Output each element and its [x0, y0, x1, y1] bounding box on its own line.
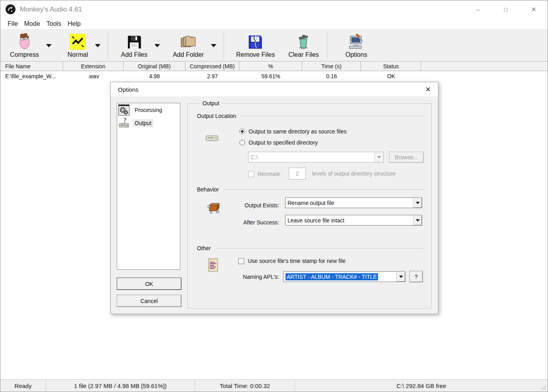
groupbox-label: Output — [201, 100, 221, 106]
radio-same-label: Output to same directory as source files — [249, 128, 347, 135]
chevron-down-icon — [416, 202, 420, 204]
column-header-extension[interactable]: Extension — [63, 62, 123, 71]
column-header-status[interactable]: Status — [361, 62, 421, 71]
nav-label-processing: Processing — [133, 106, 164, 114]
add-folder-label: Add Folder — [173, 51, 204, 58]
section-divider — [215, 248, 423, 249]
resize-grip[interactable] — [541, 385, 546, 390]
radio-output-specified-directory[interactable]: Output to specified directory — [239, 139, 318, 146]
chevron-down-icon — [211, 44, 216, 47]
nav-item-processing[interactable]: Processing — [117, 103, 180, 117]
chevron-down-icon — [154, 44, 160, 47]
column-header-time[interactable]: Time (s) — [302, 62, 361, 71]
broken-floppy-icon — [248, 35, 263, 50]
add-folder-dropdown-button[interactable] — [208, 30, 220, 61]
window-title: Monkey's Audio 4.61 — [20, 6, 82, 14]
menu-tools[interactable]: Tools — [43, 19, 64, 28]
browse-button: Browse... — [389, 152, 424, 163]
after-success-label: After Success: — [228, 219, 279, 226]
add-files-label: Add Files — [121, 51, 147, 58]
combobox-dropdown-button[interactable] — [413, 198, 422, 208]
toolbar-separator — [224, 32, 224, 59]
mode-dropdown-button[interactable] — [92, 30, 104, 61]
toolbox-gears-icon — [206, 200, 221, 215]
add-files-button[interactable]: Add Files — [117, 30, 151, 61]
status-files-summary: 1 file (2.97 MB / 4.98 MB [59.61%]) — [46, 380, 195, 392]
timestamp-checkbox[interactable]: Use source file's time stamp for new fil… — [238, 258, 345, 264]
checkbox-unchecked-icon — [238, 258, 244, 264]
close-button[interactable]: ✕ — [520, 0, 548, 18]
floppy-disk-icon — [127, 35, 142, 50]
checkbox-unchecked-icon — [248, 171, 254, 177]
section-divider — [241, 116, 423, 116]
naming-apls-combobox[interactable]: ARTIST - ALBUM - TRACK# - TITLE — [283, 271, 405, 282]
maximize-button[interactable]: □ — [492, 0, 520, 18]
processing-gears-icon — [118, 104, 129, 116]
cancel-button[interactable]: Cancel — [117, 295, 181, 307]
options-button[interactable]: Options — [342, 30, 371, 61]
options-dialog: Options ✕ Processing — [110, 82, 438, 314]
toolbar-separator — [327, 32, 327, 59]
column-header-compressed-mb[interactable]: Compressed (MB) — [185, 62, 239, 71]
normal-mode-icon — [70, 34, 86, 50]
other-label: Other — [197, 245, 211, 251]
dialog-title: Options — [118, 86, 139, 93]
radio-selected-icon — [239, 129, 245, 134]
column-header-file-name[interactable]: File Name — [0, 62, 63, 71]
output-exists-combobox[interactable]: Rename output file — [285, 197, 422, 208]
naming-help-button[interactable]: ? — [409, 271, 423, 282]
menu-file[interactable]: File — [4, 19, 21, 28]
output-location-label: Output Location — [197, 113, 236, 119]
compress-label: Compress — [10, 51, 39, 58]
monkeys-audio-logo-icon — [5, 4, 16, 15]
combobox-dropdown-button[interactable] — [396, 272, 405, 282]
mode-button[interactable]: Normal — [64, 30, 92, 61]
output-exists-value: Rename output file — [286, 198, 413, 208]
compress-button[interactable]: Compress — [6, 30, 43, 61]
combobox-dropdown-button[interactable] — [413, 215, 422, 225]
compress-dropdown-button[interactable] — [43, 30, 55, 61]
menu-help[interactable]: Help — [64, 19, 84, 28]
timestamp-checkbox-label: Use source file's time stamp for new fil… — [248, 258, 345, 264]
toolbar: Compress Normal — [0, 29, 548, 61]
clear-files-button[interactable]: Clear Files — [284, 30, 322, 61]
output-directory-combobox: C:\ — [248, 152, 384, 162]
column-header-filler — [421, 62, 548, 71]
options-label: Options — [345, 51, 367, 58]
levels-field: 2 — [289, 168, 306, 180]
combobox-dropdown-button — [374, 152, 383, 162]
chevron-down-icon — [416, 219, 420, 222]
chevron-down-icon — [377, 156, 381, 158]
column-header-percent[interactable]: % — [239, 62, 302, 71]
clear-files-label: Clear Files — [288, 51, 318, 58]
app-window: Monkey's Audio 4.61 – □ ✕ File Mode Tool… — [0, 0, 548, 392]
mode-label: Normal — [68, 51, 88, 58]
other-section-header: Other — [197, 245, 423, 251]
table-row[interactable]: E:\file_example_W... .wav 4.98 2.97 59.6… — [0, 71, 548, 81]
trash-can-icon — [296, 34, 311, 50]
hard-drive-icon — [205, 134, 220, 143]
nav-item-output[interactable]: Output — [117, 117, 180, 129]
add-files-dropdown-button[interactable] — [151, 30, 163, 61]
status-bar: Ready 1 file (2.97 MB / 4.98 MB [59.61%]… — [0, 379, 548, 392]
file-list-header: File Name Extension Original (MB) Compre… — [0, 62, 548, 71]
chevron-down-icon — [95, 44, 100, 47]
remove-files-button[interactable]: Remove Files — [232, 30, 279, 61]
minimize-button[interactable]: – — [464, 0, 492, 18]
cell-file-name: E:\file_example_W... — [0, 73, 63, 79]
output-groupbox: Output Output Location Output to same di… — [187, 103, 432, 309]
after-success-combobox[interactable]: Leave source file intact — [285, 215, 422, 226]
options-category-list: Processing Output — [117, 103, 180, 270]
title-bar: Monkey's Audio 4.61 – □ ✕ — [0, 0, 548, 18]
dialog-close-button[interactable]: ✕ — [418, 82, 438, 97]
output-location-section-header: Output Location — [197, 113, 423, 119]
add-folder-button[interactable]: Add Folder — [169, 30, 208, 61]
menu-mode[interactable]: Mode — [21, 19, 43, 28]
radio-output-same-directory[interactable]: Output to same directory as source files — [239, 128, 347, 135]
status-total-time: Total Time: 0:00.32 — [195, 380, 295, 392]
dialog-title-bar: Options ✕ — [111, 82, 438, 97]
cell-percent: 59.61% — [239, 73, 302, 79]
ok-button[interactable]: OK — [117, 278, 181, 290]
column-header-original-mb[interactable]: Original (MB) — [123, 62, 185, 71]
output-exists-label: Output Exists: — [228, 202, 279, 209]
